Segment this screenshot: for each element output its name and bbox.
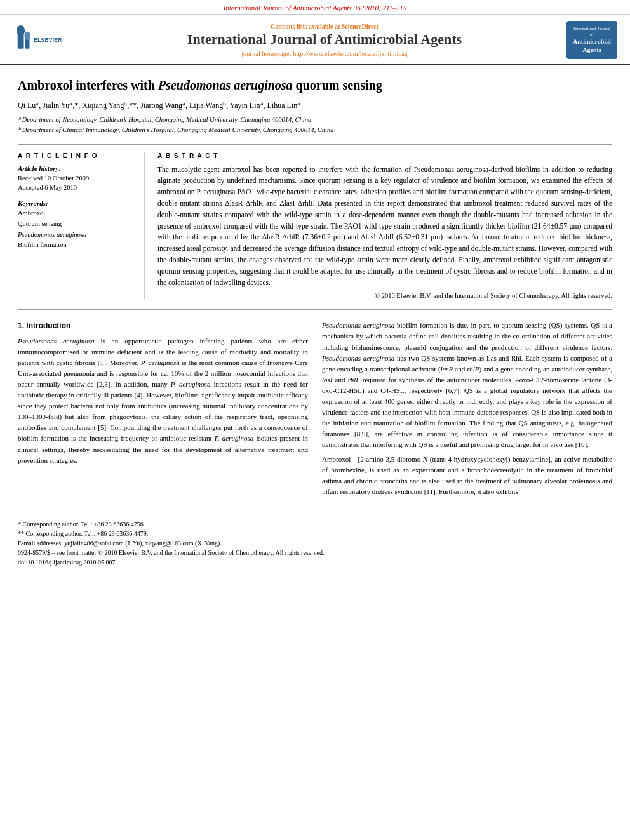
- accepted-date: Accepted 6 May 2010: [18, 183, 135, 193]
- copyright-line: © 2010 Elsevier B.V. and the Internation…: [158, 292, 612, 299]
- article-info-col: A R T I C L E I N F O Article history: R…: [18, 152, 145, 300]
- keywords-list: Ambroxol Quorum sensing Pseudomonas aeru…: [18, 208, 135, 251]
- pa-italic-5: Pseudomonas aeruginosa: [322, 321, 394, 329]
- corresponding-author-1: * Corresponding author. Tel.: +86 23 636…: [18, 519, 612, 529]
- page: International Journal of Antimicrobial A…: [0, 0, 630, 840]
- authors-text: Qi Luᵃ, Jialin Yuᵃ,*, Xiqiang Yangᵇ,**, …: [18, 101, 300, 110]
- affiliation-a: ᵃ Department of Neonatology, Children’s …: [18, 115, 612, 125]
- abstract-text: The mucolytic agent ambroxol has been re…: [158, 164, 612, 289]
- svg-point-3: [24, 31, 30, 39]
- intro-section-title: 1. Introduction: [18, 320, 308, 332]
- title-italic: Pseudomonas aeruginosa: [158, 78, 293, 92]
- keywords-heading: Keywords:: [18, 199, 135, 207]
- article-info-label: A R T I C L E I N F O: [18, 152, 135, 159]
- abstract-label: A B S T R A C T: [158, 152, 612, 159]
- elsevier-logo-area: ELSEVIER: [13, 25, 95, 55]
- doi-text: doi:10.1016/j.ijantimicag.2010.05.007: [18, 557, 612, 567]
- journal-header: ELSEVIER Contents lists available at Sci…: [0, 15, 630, 65]
- body-col-left: 1. Introduction Pseudomonas aeruginosa i…: [18, 320, 308, 501]
- received-date: Received 10 October 2009: [18, 173, 135, 183]
- logo-top-text: International Journal of: [572, 26, 612, 37]
- issn-text: 0924-8579/$ – see front matter © 2010 El…: [18, 548, 612, 557]
- pa-italic-2: P. aeruginosa: [141, 359, 180, 366]
- rhlR-italic: rhlR: [467, 365, 479, 373]
- article-title: Ambroxol interferes with Pseudomonas aer…: [18, 77, 612, 93]
- intro-para3: Ambroxol [2-amino-3,5-dibromo-N-(trans-4…: [322, 454, 612, 497]
- info-abstract-area: A R T I C L E I N F O Article history: R…: [18, 144, 612, 300]
- svg-point-2: [17, 25, 25, 36]
- abstract-body: The mucolytic agent ambroxol has been re…: [158, 166, 612, 286]
- journal-homepage-url[interactable]: http://www.elsevier.com/locate/ijantimic…: [293, 50, 408, 57]
- sciencedirect-label: Contents lists available at ScienceDirec…: [102, 23, 547, 30]
- journal-title: International Journal of Antimicrobial A…: [102, 31, 547, 48]
- elsevier-logo-svg: ELSEVIER: [13, 25, 67, 54]
- affiliation-b: ᵇ Department of Clinical Immunology, Chi…: [18, 125, 612, 135]
- body-col-right: Pseudomonas aeruginosa biofilm formation…: [322, 320, 612, 501]
- journal-title-area: Contents lists available at ScienceDirec…: [95, 23, 554, 57]
- pa-italic-3: P. aeruginosa: [171, 380, 211, 388]
- journal-logo-area: International Journal of AntimicrobialAg…: [554, 21, 617, 59]
- article-history: Article history: Received 10 October 200…: [18, 164, 135, 194]
- abstract-col: A B S T R A C T The mucolytic agent ambr…: [158, 152, 612, 300]
- lasR-italic: lasR: [441, 365, 453, 373]
- keywords-group: Keywords: Ambroxol Quorum sensing Pseudo…: [18, 199, 135, 251]
- corresponding-author-2: ** Corresponding author. Tel.: +86 23 63…: [18, 529, 612, 538]
- asthma-text: asthma: [322, 477, 342, 484]
- logo-main-text: AntimicrobialAgents: [573, 37, 611, 54]
- journal-citation-text: International Journal of Antimicrobial A…: [224, 4, 406, 11]
- intro-para1: Pseudomonas aeruginosa is an opportunist…: [18, 336, 308, 466]
- rhlI-italic: rhlI: [348, 376, 358, 383]
- affiliations: ᵃ Department of Neonatology, Children’s …: [18, 115, 612, 135]
- journal-homepage-line: journal homepage: http://www.elsevier.co…: [102, 50, 547, 57]
- pa-italic-1: Pseudomonas aeruginosa: [18, 337, 95, 345]
- issn-line: 0924-8579/$ – see front matter © 2010 El…: [18, 548, 612, 567]
- body-two-col: 1. Introduction Pseudomonas aeruginosa i…: [18, 320, 612, 501]
- keyword-4: Biofilm formation: [18, 240, 135, 251]
- lasI-italic: lasI: [322, 376, 333, 383]
- intro-para2: Pseudomonas aeruginosa biofilm formation…: [322, 320, 612, 450]
- authors-line: Qi Luᵃ, Jialin Yuᵃ,*, Xiqiang Yangᵇ,**, …: [18, 100, 612, 111]
- N-italic: N: [423, 455, 427, 463]
- title-plain: Ambroxol interferes with: [18, 78, 158, 92]
- footer-notes: * Corresponding author. Tel.: +86 23 636…: [18, 514, 612, 567]
- pa-italic-4: P. aeruginosa: [215, 434, 254, 442]
- title-end: quorum sensing: [293, 78, 382, 92]
- sciencedirect-link-text[interactable]: ScienceDirect: [342, 23, 379, 30]
- article-content: Ambroxol interferes with Pseudomonas aer…: [0, 65, 630, 580]
- history-heading: Article history:: [18, 164, 135, 172]
- journal-citation-bar: International Journal of Antimicrobial A…: [0, 0, 630, 15]
- section-divider: [18, 309, 612, 310]
- pa-italic-6: Pseudomonas aeruginosa: [322, 354, 394, 362]
- svg-text:ELSEVIER: ELSEVIER: [34, 37, 62, 43]
- keyword-3: Pseudomonas aeruginosa: [18, 230, 135, 241]
- email-addresses: E-mail addresses: yujialin486@sohu.com (…: [18, 538, 612, 548]
- keyword-1: Ambroxol: [18, 208, 135, 219]
- journal-logo-box: International Journal of AntimicrobialAg…: [566, 21, 617, 59]
- keyword-2: Quorum sensing: [18, 219, 135, 230]
